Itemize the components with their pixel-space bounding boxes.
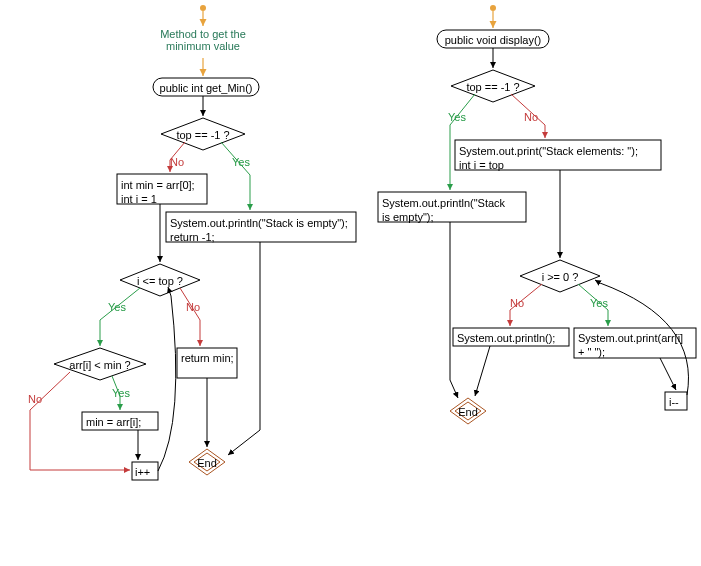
proc-return-min: return min;: [181, 351, 233, 365]
label-yes-1l: Yes: [232, 155, 250, 169]
label-no-2r: No: [510, 296, 524, 310]
label-no-1l: No: [170, 155, 184, 169]
proc-inc: i++: [135, 465, 150, 479]
start-right: public void display(): [437, 33, 549, 47]
proc-header-r: System.out.print("Stack elements: "); in…: [459, 144, 638, 173]
annotation-left: Method to get the minimum value: [152, 28, 254, 52]
flowchart-canvas: [0, 0, 701, 566]
decision-arri-lt-min: arr[i] < min ?: [62, 358, 138, 372]
label-no-1r: No: [524, 110, 538, 124]
proc-min-init: int min = arr[0]; int i = 1: [121, 178, 195, 207]
label-no-3l: No: [28, 392, 42, 406]
start-left: public int get_Min(): [153, 81, 259, 95]
proc-empty-r: System.out.println("Stack is empty");: [382, 196, 505, 225]
decision-top-eq-r: top == -1 ?: [463, 80, 523, 94]
decision-top-eq: top == -1 ?: [173, 128, 233, 142]
label-yes-1r: Yes: [448, 110, 466, 124]
label-no-2l: No: [186, 300, 200, 314]
proc-println: System.out.println();: [457, 331, 555, 345]
decision-i-ge-0: i >= 0 ?: [538, 270, 582, 284]
proc-empty-left: System.out.println("Stack is empty"); re…: [170, 216, 348, 245]
label-yes-2l: Yes: [108, 300, 126, 314]
proc-dec: i--: [669, 395, 679, 409]
label-yes-3l: Yes: [112, 386, 130, 400]
svg-point-0: [200, 5, 206, 11]
proc-assign: min = arr[i];: [86, 415, 141, 429]
label-yes-2r: Yes: [590, 296, 608, 310]
decision-i-le-top: i <= top ?: [132, 274, 188, 288]
end-right: End: [456, 405, 480, 419]
end-left: End: [195, 456, 219, 470]
proc-print: System.out.print(arr[i] + " ");: [578, 331, 683, 360]
svg-point-18: [490, 5, 496, 11]
